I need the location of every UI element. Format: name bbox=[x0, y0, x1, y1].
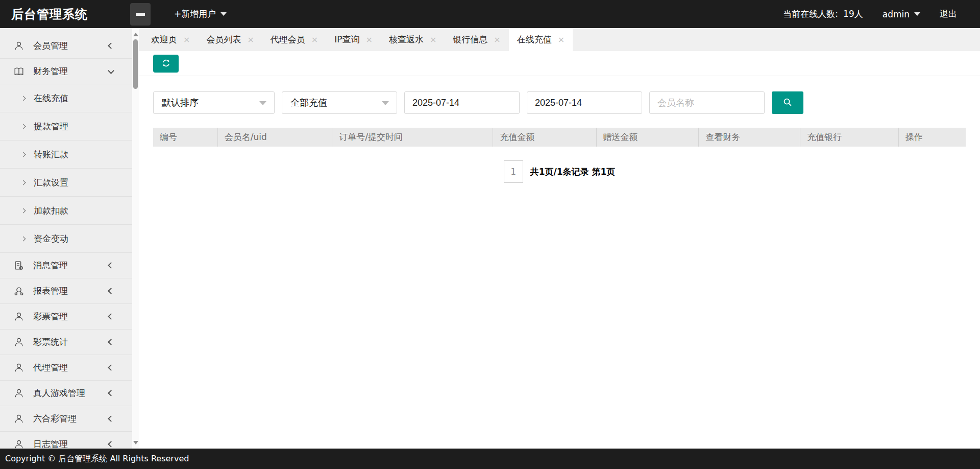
sidebar-toggle-button[interactable] bbox=[130, 3, 151, 26]
chevron-right-icon bbox=[21, 124, 26, 129]
sidebar-subitem-label: 转账汇款 bbox=[34, 149, 68, 160]
copyright-text: Copyright © 后台管理系统 All Rights Reserved bbox=[5, 454, 189, 464]
sidebar-item-7[interactable]: 真人游戏管理 bbox=[0, 381, 132, 406]
date-from-input[interactable] bbox=[404, 91, 520, 114]
tab-bar: 欢迎页×会员列表×代理会员×IP查询×核查返水×银行信息×在线充值× bbox=[139, 28, 980, 51]
chevron-down-icon bbox=[382, 101, 389, 105]
chevron-left-icon bbox=[108, 364, 114, 371]
pagination: 1 共1页/1条记录 第1页 bbox=[139, 160, 980, 183]
online-count-value: 19人 bbox=[843, 8, 863, 20]
sidebar-subitem-1-3[interactable]: 汇款设置 bbox=[0, 169, 132, 197]
recharge-type-select[interactable]: 全部充值 bbox=[282, 91, 397, 114]
chevron-down-icon bbox=[914, 12, 920, 16]
sidebar-item-label: 真人游戏管理 bbox=[33, 387, 85, 399]
new-user-label: +新增用户 bbox=[174, 8, 216, 20]
sidebar-item-label: 报表管理 bbox=[33, 285, 68, 297]
tab-label: 代理会员 bbox=[271, 34, 305, 45]
sidebar-item-1[interactable]: 财务管理 bbox=[0, 59, 132, 84]
chevron-right-icon bbox=[21, 152, 26, 157]
tab-label: 核查返水 bbox=[389, 34, 424, 45]
hamburger-menu-icon bbox=[136, 13, 145, 16]
tab-4[interactable]: 核查返水× bbox=[381, 28, 445, 51]
member-name-input[interactable] bbox=[649, 91, 765, 114]
close-icon[interactable]: × bbox=[430, 35, 436, 44]
close-icon[interactable]: × bbox=[558, 35, 565, 44]
tab-0[interactable]: 欢迎页× bbox=[143, 28, 198, 51]
column-header-5: 查看财务 bbox=[698, 128, 800, 147]
sidebar-item-0[interactable]: 会员管理 bbox=[0, 33, 132, 59]
close-icon[interactable]: × bbox=[311, 35, 318, 44]
chevron-down-icon bbox=[259, 101, 266, 105]
chevron-right-icon bbox=[21, 208, 26, 213]
tab-6[interactable]: 在线充值× bbox=[509, 28, 573, 51]
tab-5[interactable]: 银行信息× bbox=[445, 28, 508, 51]
admin-user-dropdown[interactable]: admin bbox=[883, 9, 920, 19]
refresh-button[interactable] bbox=[153, 55, 179, 73]
sidebar-subitem-label: 提款管理 bbox=[34, 121, 68, 132]
sidebar-subitem-label: 汇款设置 bbox=[34, 177, 68, 189]
recharge-type-value: 全部充值 bbox=[290, 97, 327, 109]
tab-2[interactable]: 代理会员× bbox=[262, 28, 326, 51]
footer: Copyright © 后台管理系统 All Rights Reserved bbox=[0, 449, 980, 469]
logout-button[interactable]: 退出 bbox=[940, 8, 957, 20]
admin-username: admin bbox=[883, 9, 910, 19]
user-icon bbox=[13, 311, 26, 323]
column-header-6: 充值银行 bbox=[800, 128, 898, 147]
sidebar-item-3[interactable]: 报表管理 bbox=[0, 278, 132, 304]
sidebar-scrollbar[interactable] bbox=[132, 28, 139, 469]
toolbar bbox=[139, 51, 980, 76]
online-count: 当前在线人数: 19人 bbox=[783, 8, 863, 20]
sidebar-item-8[interactable]: 六合彩管理 bbox=[0, 406, 132, 432]
sidebar-subitem-label: 资金变动 bbox=[34, 233, 68, 245]
online-count-label: 当前在线人数: bbox=[783, 8, 838, 20]
scroll-down-icon[interactable] bbox=[133, 441, 138, 444]
sidebar-item-label: 消息管理 bbox=[33, 260, 68, 271]
user-icon bbox=[13, 413, 26, 425]
chevron-left-icon bbox=[108, 441, 114, 448]
close-icon[interactable]: × bbox=[247, 35, 254, 44]
close-icon[interactable]: × bbox=[365, 35, 372, 44]
sidebar-item-6[interactable]: 代理管理 bbox=[0, 355, 132, 381]
scroll-up-icon[interactable] bbox=[133, 33, 138, 36]
column-header-1: 会员名/uid bbox=[217, 128, 332, 147]
sidebar-item-2[interactable]: 消息管理 bbox=[0, 253, 132, 278]
close-icon[interactable]: × bbox=[183, 35, 190, 44]
column-header-7: 操作 bbox=[898, 128, 966, 147]
main-content: 欢迎页×会员列表×代理会员×IP查询×核查返水×银行信息×在线充值× bbox=[139, 28, 980, 469]
page-number-button[interactable]: 1 bbox=[504, 160, 523, 183]
sidebar-subitem-1-1[interactable]: 提款管理 bbox=[0, 112, 132, 140]
sidebar-item-5[interactable]: 彩票统计 bbox=[0, 330, 132, 355]
tab-label: 会员列表 bbox=[206, 34, 241, 45]
sidebar-item-label: 六合彩管理 bbox=[33, 413, 77, 425]
close-icon[interactable]: × bbox=[494, 35, 500, 44]
sort-select[interactable]: 默认排序 bbox=[153, 91, 275, 114]
tab-1[interactable]: 会员列表× bbox=[198, 28, 262, 51]
pagination-summary: 共1页/1条记录 第1页 bbox=[530, 166, 616, 178]
sidebar-item-label: 彩票统计 bbox=[33, 336, 68, 348]
sidebar-item-label: 代理管理 bbox=[33, 362, 68, 373]
search-icon bbox=[782, 97, 793, 109]
column-header-0: 编号 bbox=[153, 128, 217, 147]
new-user-dropdown[interactable]: +新增用户 bbox=[174, 8, 227, 20]
sidebar-subitem-1-5[interactable]: 资金变动 bbox=[0, 225, 132, 253]
chevron-left-icon bbox=[108, 390, 114, 396]
chevron-left-icon bbox=[108, 288, 114, 294]
sidebar-subitem-1-2[interactable]: 转账汇款 bbox=[0, 140, 132, 169]
app-title: 后台管理系统 bbox=[0, 6, 130, 22]
chevron-right-icon bbox=[21, 96, 26, 101]
column-header-4: 赠送金额 bbox=[596, 128, 699, 147]
scrollbar-thumb[interactable] bbox=[133, 39, 138, 89]
chevron-left-icon bbox=[108, 313, 114, 320]
sidebar-subitem-1-0[interactable]: 在线充值 bbox=[0, 84, 132, 112]
sidebar-item-4[interactable]: 彩票管理 bbox=[0, 304, 132, 330]
tab-label: 在线充值 bbox=[517, 34, 552, 45]
user-icon bbox=[13, 362, 26, 374]
date-to-input[interactable] bbox=[527, 91, 642, 114]
tab-3[interactable]: IP查询× bbox=[326, 28, 381, 51]
user-icon bbox=[13, 40, 26, 52]
search-button[interactable] bbox=[772, 91, 803, 114]
table-header-row: 编号会员名/uid订单号/提交时间充值金额赠送金额查看财务充值银行操作 bbox=[153, 128, 966, 147]
sidebar-subitem-1-4[interactable]: 加款扣款 bbox=[0, 197, 132, 225]
chevron-left-icon bbox=[108, 415, 114, 422]
sort-select-value: 默认排序 bbox=[162, 97, 199, 109]
